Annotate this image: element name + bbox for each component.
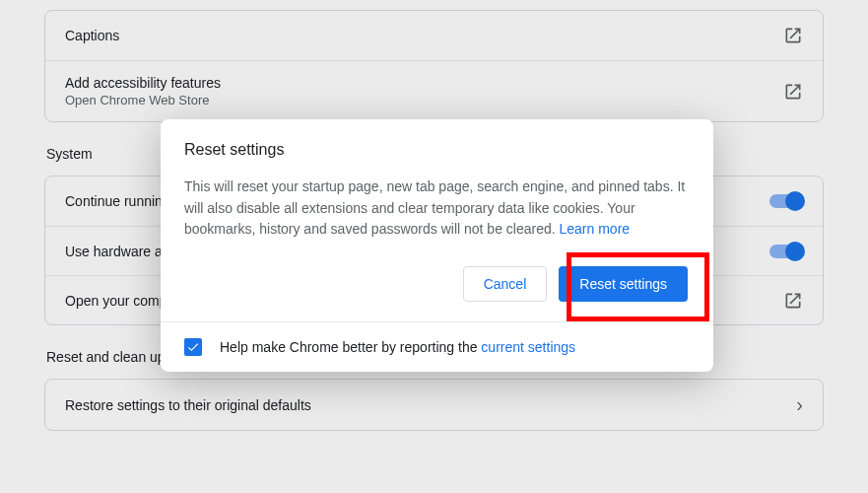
report-settings-checkbox[interactable] bbox=[184, 338, 202, 356]
reset-settings-dialog: Reset settings This will reset your star… bbox=[161, 119, 713, 372]
dialog-footer-pre: Help make Chrome better by reporting the bbox=[220, 339, 481, 355]
dialog-footer: Help make Chrome better by reporting the… bbox=[161, 321, 713, 372]
dialog-footer-text: Help make Chrome better by reporting the… bbox=[220, 339, 575, 355]
learn-more-link[interactable]: Learn more bbox=[560, 221, 631, 237]
check-icon bbox=[186, 340, 200, 354]
dialog-title: Reset settings bbox=[184, 141, 690, 159]
dialog-body-text: This will reset your startup page, new t… bbox=[184, 176, 690, 241]
reset-settings-button[interactable]: Reset settings bbox=[559, 266, 688, 302]
current-settings-link[interactable]: current settings bbox=[481, 339, 575, 355]
cancel-button[interactable]: Cancel bbox=[463, 266, 548, 302]
